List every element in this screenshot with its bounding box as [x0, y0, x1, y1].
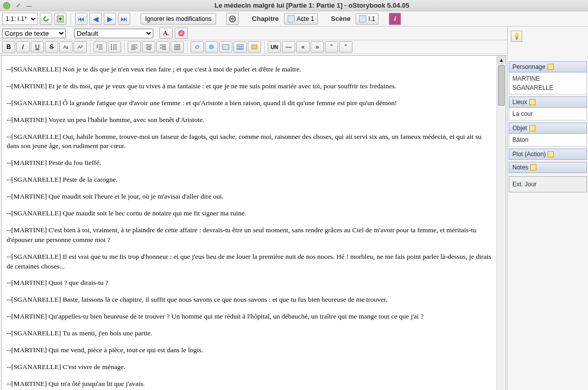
- lieux-item[interactable]: La cour: [512, 109, 583, 118]
- scrollbar-thumb[interactable]: [498, 65, 505, 106]
- scene-selector[interactable]: 1.1: I.1*: [2, 13, 38, 25]
- editor-paragraph[interactable]: --[SGANARELLE] Ô la grande fatigue que d…: [7, 99, 491, 108]
- guillemet-close-button[interactable]: »: [311, 41, 324, 53]
- refresh-button[interactable]: [40, 13, 52, 25]
- table-button[interactable]: [233, 41, 247, 53]
- nav-prev[interactable]: ◀: [89, 13, 102, 25]
- color-wheel-button[interactable]: [175, 28, 188, 39]
- image-button[interactable]: [219, 41, 232, 53]
- subscript-button[interactable]: A₂: [59, 41, 73, 53]
- format-toolbar: Corps de texte Default A.: [0, 27, 507, 40]
- paragraph-style-select[interactable]: Corps de texte: [2, 29, 66, 38]
- objet-list: Bâton: [509, 134, 587, 147]
- editor-paragraph[interactable]: --[MARTINE] Qui m'a ôté jusqu'au lit que…: [7, 379, 491, 389]
- edit-icon: [548, 64, 554, 70]
- editor-paragraph[interactable]: --[SGANARELLE] Que maudit soit le bec co…: [7, 209, 491, 218]
- personnage-list: MARTINE SGANARELLE: [509, 72, 587, 94]
- chapitre-label: Chapitre: [249, 15, 282, 22]
- scroll-up-arrow[interactable]: ▲: [497, 56, 506, 64]
- personnage-item[interactable]: SGANARELLE: [512, 83, 583, 92]
- maximize-button[interactable]: ⤢: [14, 2, 21, 9]
- editor-content[interactable]: --[SGANARELLE] Non je te dis que je n'en…: [2, 56, 497, 390]
- personnage-header[interactable]: Personnage: [509, 61, 587, 72]
- format-toolbar-2: B I U S A₂ A² 12 UN — « » " ": [0, 40, 507, 54]
- add-button[interactable]: [54, 13, 66, 25]
- editor-paragraph[interactable]: --[SGANARELLE] Tu as menti, j'en bois un…: [7, 329, 491, 338]
- lieux-list: La cour: [509, 108, 587, 120]
- svg-rect-12: [252, 45, 257, 49]
- acte-chip[interactable]: Acte 1: [284, 13, 318, 25]
- editor-paragraph[interactable]: --[MARTINE] Voyez un peu l'habile homme,…: [7, 115, 491, 125]
- list-bullet-button[interactable]: [108, 41, 121, 53]
- editor-paragraph[interactable]: --[MARTINE] Que maudit soit l'heure et l…: [7, 192, 491, 202]
- align-justify-button[interactable]: [171, 41, 184, 53]
- vertical-scrollbar[interactable]: ▲ ▼: [497, 56, 506, 390]
- list-numbered-button[interactable]: 12: [93, 41, 107, 53]
- hr-button[interactable]: —: [282, 41, 295, 53]
- svg-point-8: [209, 44, 214, 50]
- titlebar: ⤢ — Le médecin malgré lui [Partie 1: Par…: [0, 0, 588, 11]
- close-button[interactable]: [3, 2, 10, 9]
- editor-paragraph[interactable]: --[SGANARELLE] C'est vivre de ménage.: [7, 362, 491, 372]
- edit-icon: [529, 99, 535, 105]
- quote-close-button[interactable]: ": [339, 41, 352, 53]
- editor-paragraph[interactable]: --[MARTINE] Peste du fou fieffé.: [7, 158, 491, 168]
- edit-icon: [548, 151, 554, 157]
- editor-paragraph[interactable]: --[MARTINE] Qu'appelles-tu bien heureuse…: [7, 312, 491, 322]
- scene-label: Scène: [328, 15, 354, 22]
- editor-paragraph[interactable]: --[SGANARELLE] Il est vrai que tu me fis…: [7, 252, 491, 272]
- strike-button[interactable]: S: [45, 41, 58, 53]
- page-icon: [359, 15, 366, 22]
- editor-paragraph[interactable]: --[MARTINE] Et je te dis moi, que je veu…: [7, 82, 491, 91]
- underline-button[interactable]: U: [31, 41, 44, 53]
- italic-button[interactable]: I: [16, 41, 30, 53]
- window-title: Le médecin malgré lui [Partie 1: Partie …: [39, 2, 585, 9]
- unicode-button[interactable]: UN: [268, 41, 281, 53]
- editor-paragraph[interactable]: --[SGANARELLE] Baste, laissons là ce cha…: [7, 295, 491, 305]
- insert-button[interactable]: [248, 41, 261, 53]
- svg-point-2: [178, 30, 184, 36]
- editor-paragraph[interactable]: --[MARTINE] Quoi ? que dirais-tu ?: [7, 278, 491, 288]
- bold-button[interactable]: B: [2, 41, 15, 53]
- minimize-button[interactable]: —: [26, 2, 33, 9]
- editor-paragraph[interactable]: --[SGANARELLE] Non je te dis que je n'en…: [7, 65, 491, 75]
- editor-paragraph[interactable]: --[SGANARELLE] Peste de la carogne.: [7, 175, 491, 185]
- guillemet-open-button[interactable]: «: [296, 41, 310, 53]
- editor-paragraph[interactable]: --[SGANARELLE] Oui, habile homme, trouve…: [7, 132, 491, 152]
- align-right-button[interactable]: [156, 41, 170, 53]
- nav-last[interactable]: ⏭: [118, 13, 130, 25]
- font-color-button[interactable]: A.: [159, 28, 173, 39]
- svg-point-5: [111, 44, 112, 45]
- objet-header[interactable]: Objet: [509, 123, 587, 134]
- align-left-button[interactable]: [128, 41, 141, 53]
- svg-point-10: [224, 46, 226, 47]
- objet-item[interactable]: Bâton: [512, 135, 583, 144]
- font-select[interactable]: Default: [74, 29, 153, 38]
- info-button[interactable]: i: [389, 13, 401, 25]
- idea-button[interactable]: 💡: [511, 31, 522, 42]
- nav-first[interactable]: ⏮: [75, 13, 87, 25]
- ignore-modifications-button[interactable]: Ignorer les modifications: [140, 13, 216, 25]
- scene-chip[interactable]: I.1: [356, 13, 379, 25]
- svg-text:2: 2: [97, 45, 98, 48]
- globe-button[interactable]: [226, 13, 239, 25]
- main-toolbar: 1.1: I.1* ⏮ ◀ ▶ ⏭ Ignorer les modificati…: [0, 11, 588, 27]
- superscript-button[interactable]: A²: [74, 41, 87, 53]
- editor-paragraph[interactable]: --[MARTINE] Qui me vend, pièce à pièce, …: [7, 346, 491, 355]
- image-link-button[interactable]: [205, 41, 218, 53]
- align-center-button[interactable]: [142, 41, 155, 53]
- nav-next[interactable]: ▶: [104, 13, 116, 25]
- editor-paragraph[interactable]: --[MARTINE] C'est bien à toi, vraiment, …: [7, 226, 491, 245]
- personnage-item[interactable]: MARTINE: [512, 74, 583, 83]
- link-button[interactable]: [191, 41, 204, 53]
- sidebar: 💡 Personnage MARTINE SGANARELLE Lieux La…: [507, 27, 588, 390]
- lieux-header[interactable]: Lieux: [509, 96, 587, 108]
- svg-rect-9: [223, 44, 229, 50]
- ext-box[interactable]: Ext. Jour: [509, 176, 587, 192]
- edit-icon: [530, 164, 536, 170]
- svg-point-6: [111, 46, 112, 47]
- svg-point-7: [111, 48, 112, 50]
- notes-header[interactable]: Notes: [509, 162, 587, 173]
- plot-header[interactable]: Plot (Action): [509, 149, 587, 160]
- quote-open-button[interactable]: ": [325, 41, 338, 53]
